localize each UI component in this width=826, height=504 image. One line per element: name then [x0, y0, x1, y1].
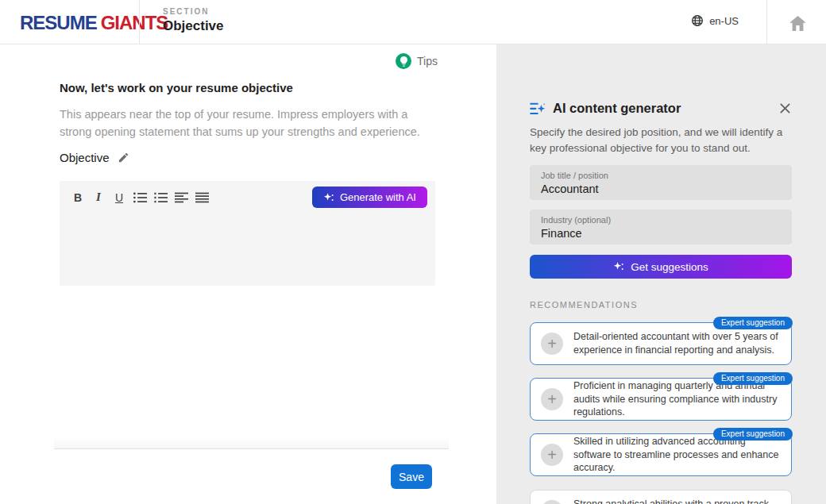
job-title-field[interactable]: Job title / position Accountant	[530, 165, 792, 200]
objective-field-header: Objective	[60, 151, 129, 164]
suggestion-text: Skilled in utilizing advanced accounting…	[573, 435, 782, 475]
tips-label: Tips	[417, 55, 438, 67]
suggestion-card[interactable]: Expert suggestion + Detail-oriented acco…	[530, 322, 792, 365]
save-button[interactable]: Save	[391, 464, 432, 489]
step-heading: Now, let's work on your resume objective	[60, 81, 293, 94]
brand-logo[interactable]: RESUMEGIANTS	[20, 12, 168, 34]
align-left-button[interactable]	[172, 188, 190, 207]
scroll-fade	[54, 437, 449, 448]
top-header: RESUMEGIANTS SECTION Objective en-US	[0, 0, 826, 44]
industry-field[interactable]: Industry (optional) Finance	[530, 210, 792, 244]
underline-button[interactable]: U	[110, 188, 128, 207]
add-suggestion-button[interactable]: +	[541, 388, 563, 410]
industry-label: Industry (optional)	[541, 215, 781, 225]
bold-button[interactable]: B	[69, 188, 87, 207]
suggestion-text: Proficient in managing quarterly and ann…	[573, 379, 782, 420]
close-icon[interactable]	[778, 101, 793, 116]
panel-description: Specify the desired job position, and we…	[530, 125, 795, 156]
tips-button[interactable]: Tips	[396, 53, 438, 69]
generate-with-ai-label: Generate with AI	[340, 191, 416, 203]
header-divider	[139, 0, 140, 44]
home-button[interactable]	[784, 12, 811, 34]
panel-header: AI content generator	[530, 101, 793, 116]
generate-with-ai-button[interactable]: Generate with AI	[312, 187, 427, 208]
add-suggestion-button[interactable]: +	[541, 444, 563, 466]
ai-sparkle-icon	[323, 192, 334, 203]
recommendations-heading: RECOMMENDATIONS	[530, 300, 638, 310]
logo-text-giants: GIANTS	[101, 12, 168, 33]
ai-sparkle-icon	[613, 261, 624, 272]
lightbulb-icon	[396, 53, 411, 69]
suggestion-card-body: + Strong analytical abilities with a pro…	[531, 491, 791, 504]
globe-icon	[691, 14, 704, 27]
objective-editor: B I U Generate	[60, 181, 435, 286]
get-suggestions-button[interactable]: Get suggestions	[530, 255, 792, 279]
justify-button[interactable]	[193, 188, 210, 207]
ai-content-generator-panel: AI content generator Specify the desired…	[496, 44, 826, 504]
suggestion-text: Strong analytical abilities with a prove…	[573, 498, 782, 504]
get-suggestions-label: Get suggestions	[631, 261, 708, 273]
logo-text-resume: RESUME	[20, 12, 97, 33]
suggestion-text: Detail-oriented accountant with over 5 y…	[573, 330, 782, 357]
expert-suggestion-badge: Expert suggestion	[713, 372, 793, 385]
job-title-label: Job title / position	[541, 171, 781, 180]
suggestion-card[interactable]: + Strong analytical abilities with a pro…	[530, 490, 792, 504]
language-selector[interactable]: en-US	[691, 14, 739, 27]
section-label: SECTION	[163, 7, 224, 16]
resume-builder-screen: RESUMEGIANTS SECTION Objective en-US Tip…	[0, 0, 826, 504]
home-icon	[789, 16, 806, 31]
suggestion-card[interactable]: Expert suggestion + Proficient in managi…	[530, 378, 792, 421]
add-suggestion-button[interactable]: +	[541, 333, 563, 355]
page-title: Objective	[163, 18, 224, 34]
editor-toolbar: B I U Generate	[60, 181, 435, 211]
locale-label: en-US	[709, 15, 739, 27]
italic-button[interactable]: I	[90, 188, 107, 207]
ai-generator-icon	[530, 102, 546, 116]
header-divider	[766, 0, 767, 44]
suggestion-card[interactable]: Expert suggestion + Skilled in utilizing…	[530, 433, 792, 476]
objective-field-label: Objective	[60, 151, 110, 164]
expert-suggestion-badge: Expert suggestion	[713, 428, 793, 441]
step-description: This appears near the top of your resume…	[60, 106, 439, 141]
numbered-list-button[interactable]	[152, 188, 169, 207]
objective-editor-section: Tips Now, let's work on your resume obje…	[0, 44, 496, 504]
content-divider	[54, 448, 449, 449]
bullet-list-button[interactable]	[131, 188, 149, 207]
add-suggestion-button[interactable]: +	[541, 500, 563, 504]
section-block: SECTION Objective	[163, 7, 224, 34]
panel-title: AI content generator	[553, 101, 681, 116]
edit-pencil-icon[interactable]	[118, 152, 129, 164]
expert-suggestion-badge: Expert suggestion	[713, 317, 793, 329]
industry-value: Finance	[541, 227, 781, 240]
job-title-value: Accountant	[541, 183, 781, 195]
editor-text-area[interactable]	[60, 211, 435, 283]
